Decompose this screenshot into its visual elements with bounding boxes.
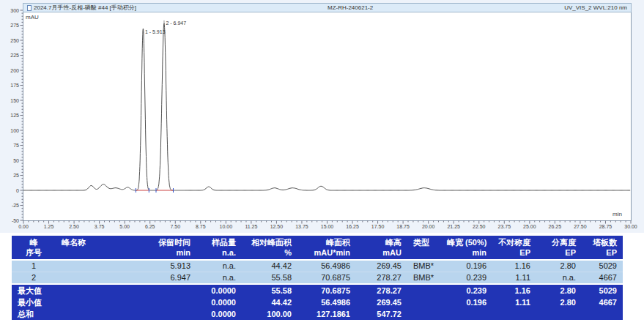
summary-cell: 0.196 [441,296,492,308]
x-tick-label: 16.25 [346,224,359,229]
y-tick-label: 100 [10,128,19,133]
y-tick-label: 25 [13,173,19,178]
result-cell: 2.80 [536,260,582,272]
summary-cell [536,308,582,320]
x-tick-label: 20.00 [422,224,435,229]
summary-cell: 0.0000 [196,296,242,308]
summary-cell: 0.0000 [196,308,242,320]
result-cell: 4667 [582,272,623,285]
summary-cell: 44.42 [242,296,297,308]
chromatogram-plot[interactable]: -50-250255075100125150175200225250275300… [0,0,644,233]
summary-cell: 55.58 [242,284,297,296]
sample-name: MZ-RH-240621-2 [327,4,373,12]
x-tick-label: 13.75 [295,224,308,229]
result-row[interactable]: 26.947n.a.55.5870.6875278.27BMB*0.2391.1… [12,272,623,285]
peak-label[interactable]: 2 - 6.947 [166,20,186,26]
x-tick-label: 22.50 [473,224,486,229]
column-header: 样品量n.a. [196,236,242,260]
summary-cell [492,308,536,320]
result-cell: n.a. [536,272,582,285]
x-tick-label: 1.25 [44,224,54,229]
summary-cell: 100.00 [242,308,297,320]
chromatogram-panel: -50-250255075100125150175200225250275300… [0,0,644,233]
x-tick-label: 0.00 [18,224,29,229]
x-tick-label: 17.50 [371,224,385,229]
result-cell: 6.947 [132,272,196,285]
summary-cell: 70.6875 [297,284,356,296]
x-tick-label: 28.75 [599,224,612,229]
x-tick-label: 10.00 [220,224,233,229]
x-tick-label: 11.25 [245,224,257,229]
summary-cell: 269.45 [356,296,407,308]
result-cell: 5029 [582,260,623,272]
result-cell: BMB* [407,272,441,285]
result-cell: 0.239 [441,272,492,285]
column-header: 峰名称 [56,236,132,260]
result-cell [56,272,132,285]
summary-cell: 2.80 [536,296,582,308]
y-tick-label: 150 [10,98,19,103]
summary-cell: 5029 [582,284,623,296]
x-tick-label: 12.50 [270,224,284,229]
summary-cell: 547.72 [356,308,407,320]
y-axis-unit-label: mAU [26,14,39,20]
summary-cell: 1.16 [492,284,536,296]
result-cell [56,260,132,272]
x-tick-label: 7.50 [170,224,180,229]
y-tick-label: 0 [16,188,19,193]
column-header: 塔板数EP [582,236,623,260]
result-cell: 278.27 [356,272,407,285]
x-tick-label: 2.50 [69,224,79,229]
x-tick-label: 30.00 [624,224,637,229]
summary-cell [441,308,492,320]
result-cell: 44.42 [242,260,297,272]
summary-label: 总和 [12,308,196,320]
y-tick-label: 50 [13,158,19,163]
x-tick-label: 27.50 [574,224,587,229]
column-header: 分离度EP [536,236,582,260]
summary-cell: 2.80 [536,284,582,296]
summary-row[interactable]: 总和0.0000100.00127.1861547.72 [12,308,623,320]
result-cell: 1.11 [492,272,536,285]
summary-cell [407,284,441,296]
injection-title: 2024.7月手性-反相-磷酸 #44 [手动积分] [34,4,136,12]
x-tick-label: 5.00 [119,224,130,229]
summary-cell [582,308,623,320]
column-header: 峰面积mAU*min [297,236,356,260]
result-row[interactable]: 15.913n.a.44.4256.4986269.45BMB*0.1961.1… [12,260,623,272]
column-header: 峰序号 [12,236,56,260]
summary-cell [407,296,441,308]
result-cell: 56.4986 [297,260,356,272]
summary-cell: 0.0000 [196,284,242,296]
peak-label[interactable]: 1 - 5.913 [145,29,166,34]
result-cell: 2 [12,272,56,285]
y-tick-label: 275 [10,23,19,28]
x-tick-label: 6.25 [145,224,155,229]
result-cell: 0.196 [441,260,492,272]
y-tick-label: 175 [10,83,19,88]
x-tick-label: 15.00 [321,224,334,229]
y-tick-label: -25 [12,203,19,208]
x-tick-label: 3.75 [95,224,105,229]
result-cell: n.a. [196,272,242,285]
y-tick-label: 75 [13,143,19,148]
result-cell: 55.58 [242,272,297,285]
summary-row[interactable]: 最大值0.000055.5870.6875278.270.2391.162.80… [12,284,623,296]
summary-cell: 127.1861 [297,308,356,320]
results-header-row: 峰序号峰名称 保留时间min样品量n.a.相对峰面积%峰面积mAU*min峰高m… [12,236,623,260]
y-tick-label: 200 [10,68,19,73]
result-cell: 1 [12,260,56,272]
x-tick-label: 21.25 [447,224,460,229]
column-header: 不对称度EP [492,236,536,260]
y-tick-label: 225 [10,53,19,58]
summary-label: 最大值 [12,284,196,296]
x-tick-label: 8.75 [196,224,206,229]
x-axis-unit-label: min [612,211,622,217]
injection-icon [27,5,32,11]
plot-header-strip: 2024.7月手性-反相-磷酸 #44 [手动积分] MZ-RH-240621-… [23,3,632,12]
x-tick-label: 26.25 [549,224,562,229]
result-cell: 70.6875 [297,272,356,285]
summary-cell [407,308,441,320]
summary-row[interactable]: 最小值0.000044.4256.4986269.450.1961.112.80… [12,296,623,308]
result-cell: 5.913 [132,260,196,272]
